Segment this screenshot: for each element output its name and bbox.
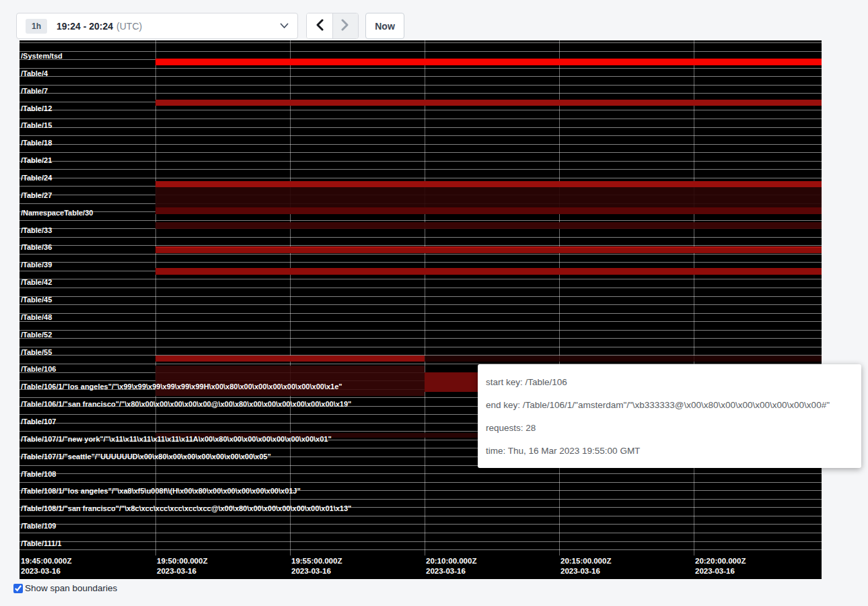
span-boundary-line <box>20 85 822 86</box>
span-boundary-line <box>20 541 822 542</box>
duration-badge: 1h <box>26 19 47 34</box>
span-boundary-line <box>20 169 822 170</box>
row-key-label: /Table/108/1/"los angeles"/"\xa8\xf5\u00… <box>21 487 301 496</box>
span-boundary-line <box>20 313 822 314</box>
key-visualizer-canvas[interactable]: start key: /Table/106 end key: /Table/10… <box>20 40 822 579</box>
x-axis-tick-time: 19:55:00.000Z <box>291 556 342 566</box>
span-boundary-line <box>20 499 822 500</box>
show-span-boundaries-checkbox[interactable] <box>13 584 23 593</box>
span-boundary-line <box>20 42 822 43</box>
time-gridline <box>155 40 156 556</box>
row-key-label: /Table/36 <box>21 243 52 252</box>
heat-band <box>425 356 822 362</box>
span-boundary-line <box>20 296 822 297</box>
row-key-label: /Table/48 <box>21 313 52 322</box>
x-axis-tick: 20:20:00.000Z2023-03-16 <box>695 556 746 576</box>
prev-time-button[interactable] <box>307 13 332 38</box>
span-boundary-line <box>20 119 822 119</box>
row-key-label: /Table/55 <box>21 348 52 357</box>
time-range-label: 19:24 - 20:24 <box>57 21 113 32</box>
heat-band <box>155 248 822 253</box>
x-axis-tick-date: 2023-03-16 <box>157 566 207 576</box>
heat-band <box>155 356 425 362</box>
x-axis-tick: 19:55:00.000Z2023-03-16 <box>291 556 342 576</box>
span-boundary-line <box>20 338 822 339</box>
heat-band <box>155 181 822 187</box>
span-boundary-line <box>20 76 822 77</box>
span-boundary-line <box>20 152 822 153</box>
row-key-label: /Table/12 <box>21 104 52 113</box>
chevron-down-icon <box>280 23 289 29</box>
row-key-label: /Table/39 <box>21 261 52 269</box>
span-boundary-line <box>20 93 822 94</box>
x-axis-tick: 20:10:00.000Z2023-03-16 <box>426 556 476 576</box>
span-boundary-line <box>20 321 822 322</box>
span-boundary-line <box>20 178 822 178</box>
span-boundary-line <box>20 516 822 516</box>
row-key-label: /Table/45 <box>21 296 52 304</box>
next-time-button[interactable] <box>332 13 358 38</box>
chevron-right-icon <box>341 19 349 33</box>
x-axis-tick-date: 2023-03-16 <box>560 566 611 576</box>
time-range-selector[interactable]: 1h 19:24 - 20:24 (UTC) <box>16 13 298 39</box>
row-key-label: /Table/108 <box>21 470 56 479</box>
x-axis-tick-date: 2023-03-16 <box>695 566 746 576</box>
heat-band <box>155 59 822 65</box>
row-key-label: /NamespaceTable/30 <box>21 209 93 217</box>
span-boundary-line <box>20 347 822 347</box>
span-boundary-line <box>20 135 822 136</box>
time-gridline <box>694 40 694 556</box>
x-axis-tick: 20:15:00.000Z2023-03-16 <box>560 556 611 576</box>
time-gridline <box>559 40 560 556</box>
show-span-boundaries-label: Show span boundaries <box>25 583 117 593</box>
now-button[interactable]: Now <box>365 13 404 39</box>
time-range-timezone: (UTC) <box>116 21 142 32</box>
row-key-label: /Table/4 <box>21 69 48 78</box>
x-axis-tick: 19:50:00.000Z2023-03-16 <box>157 556 207 576</box>
row-key-label: /Table/52 <box>21 331 52 339</box>
row-key-label: /Table/24 <box>21 174 52 182</box>
row-key-label: /Table/108/1/"san francisco"/"\x8c\xcc\x… <box>21 504 351 513</box>
x-axis-tick-date: 2023-03-16 <box>291 566 342 576</box>
chevron-left-icon <box>316 19 324 33</box>
heat-band <box>155 187 822 207</box>
toolbar: 1h 19:24 - 20:24 (UTC) Now <box>0 0 868 40</box>
span-boundary-line <box>20 110 822 110</box>
span-boundary-line <box>20 524 822 525</box>
heat-band <box>155 268 822 275</box>
tooltip-end-key: end key: /Table/106/1/"amsterdam"/"\xb33… <box>486 394 853 417</box>
span-boundary-line <box>20 161 822 162</box>
row-key-label: /Table/18 <box>21 139 52 147</box>
span-boundary-line <box>20 473 822 474</box>
x-axis-tick-time: 19:50:00.000Z <box>157 556 207 566</box>
heat-band <box>155 207 822 214</box>
span-boundary-line <box>20 51 822 52</box>
row-key-label: /Table/106/1/"san francisco"/"\x80\x00\x… <box>21 400 351 409</box>
x-axis-tick-date: 2023-03-16 <box>426 566 476 576</box>
heat-band <box>425 372 478 392</box>
x-axis-tick-time: 19:45:00.000Z <box>21 556 71 566</box>
row-key-label: /Table/111/1 <box>21 539 61 548</box>
tooltip: start key: /Table/106 end key: /Table/10… <box>478 364 861 468</box>
row-key-label: /Table/109 <box>21 522 56 531</box>
span-boundary-line <box>20 220 822 221</box>
row-key-label: /Table/107/1/"seattle"/"UUUUUUD\x00\x80\… <box>21 452 271 461</box>
span-boundary-line <box>20 279 822 279</box>
heat-band <box>155 100 822 106</box>
span-boundary-line <box>20 330 822 331</box>
x-axis-tick: 19:45:00.000Z2023-03-16 <box>21 556 71 576</box>
row-key-label: /Table/21 <box>21 156 52 165</box>
time-gridline <box>425 40 425 556</box>
x-axis-tick-time: 20:20:00.000Z <box>695 556 746 566</box>
heat-band <box>155 366 425 396</box>
footer: Show span boundaries <box>13 583 117 593</box>
heat-band <box>155 222 822 229</box>
row-key-label: /Table/107 <box>21 417 56 426</box>
x-axis-tick-time: 20:15:00.000Z <box>560 556 611 566</box>
tooltip-requests: requests: 28 <box>486 417 853 440</box>
span-boundary-line <box>20 262 822 263</box>
span-boundary-line <box>20 127 822 128</box>
span-boundary-line <box>20 288 822 288</box>
row-key-label: /System/tsd <box>21 52 63 61</box>
span-boundary-line <box>20 237 822 238</box>
